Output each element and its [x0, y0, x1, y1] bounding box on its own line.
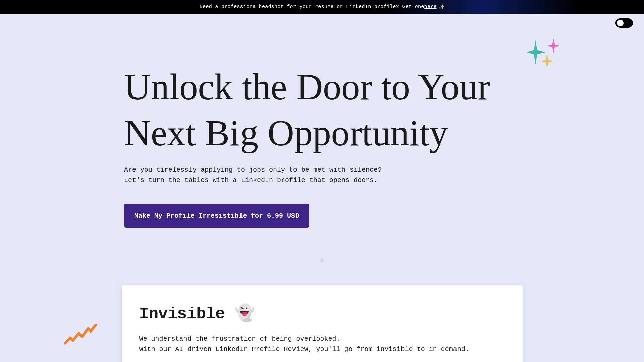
page-title: Unlock the Door to Your Next Big Opportu…	[124, 64, 520, 156]
banner-text: Need a professiona headshot for your res…	[200, 4, 424, 10]
sparkle-icon: ✨	[439, 4, 444, 10]
banner-link[interactable]: here	[424, 4, 437, 10]
dot-decoration-icon	[320, 259, 324, 263]
card-line1: We understand the frustration of being o…	[139, 335, 340, 343]
zigzag-decoration-icon	[64, 324, 97, 345]
sub-line1: Are you tirelessly applying to jobs only…	[124, 166, 382, 174]
promo-banner: Need a professiona headshot for your res…	[0, 0, 644, 14]
card-title: Invisible 👻	[139, 303, 505, 323]
feature-card-invisible: Invisible 👻 We understand the frustratio…	[122, 285, 523, 362]
hero-subtitle: Are you tirelessly applying to jobs only…	[124, 165, 520, 185]
card-line2: With our AI-driven LinkedIn Profile Revi…	[139, 345, 469, 353]
sub-line2: Let's turn the tables with a LinkedIn pr…	[124, 176, 378, 184]
sparkles-decoration-icon	[527, 39, 560, 69]
toggle-knob	[617, 20, 624, 26]
hero-section: Unlock the Door to Your Next Big Opportu…	[124, 14, 520, 228]
cta-button[interactable]: Make My Profile Irresistible for 6.99 US…	[124, 204, 309, 228]
card-body: We understand the frustration of being o…	[139, 334, 505, 354]
theme-toggle[interactable]	[615, 18, 633, 28]
